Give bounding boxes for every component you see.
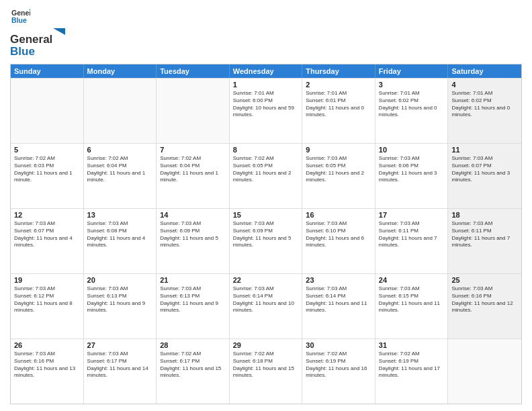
cell-info: Sunrise: 7:03 AM Sunset: 6:07 PM Dayligh… [14, 220, 80, 249]
day-number: 19 [14, 276, 80, 284]
cell-info: Sunrise: 7:03 AM Sunset: 6:14 PM Dayligh… [306, 285, 371, 314]
calendar-cell [157, 79, 230, 143]
calendar-cell: 2Sunrise: 7:01 AM Sunset: 6:01 PM Daylig… [302, 79, 375, 143]
logo-icon: General Blue [11, 7, 30, 26]
day-number: 14 [160, 211, 226, 219]
calendar-cell: 22Sunrise: 7:03 AM Sunset: 6:14 PM Dayli… [230, 274, 303, 338]
cell-info: Sunrise: 7:03 AM Sunset: 6:14 PM Dayligh… [233, 285, 299, 314]
header: General Blue General Blue [10, 7, 522, 58]
day-number: 22 [233, 276, 299, 284]
calendar-cell: 30Sunrise: 7:02 AM Sunset: 6:19 PM Dayli… [302, 339, 375, 404]
calendar-cell: 27Sunrise: 7:03 AM Sunset: 6:17 PM Dayli… [84, 339, 157, 404]
cell-info: Sunrise: 7:01 AM Sunset: 6:02 PM Dayligh… [379, 90, 445, 119]
cell-info: Sunrise: 7:03 AM Sunset: 6:17 PM Dayligh… [87, 351, 153, 379]
calendar-cell: 5Sunrise: 7:02 AM Sunset: 6:03 PM Daylig… [11, 144, 84, 208]
day-number: 3 [379, 81, 445, 89]
calendar-cell: 24Sunrise: 7:03 AM Sunset: 6:15 PM Dayli… [375, 274, 449, 338]
cell-info: Sunrise: 7:03 AM Sunset: 6:16 PM Dayligh… [451, 285, 518, 314]
day-number: 2 [306, 81, 371, 89]
day-number: 11 [451, 146, 518, 154]
cell-info: Sunrise: 7:03 AM Sunset: 6:12 PM Dayligh… [14, 285, 80, 314]
day-number: 1 [233, 81, 299, 89]
calendar-cell: 25Sunrise: 7:03 AM Sunset: 6:16 PM Dayli… [448, 274, 521, 338]
calendar-cell [448, 339, 521, 404]
day-number: 18 [451, 211, 518, 219]
day-number: 5 [14, 146, 80, 154]
calendar-body: 1Sunrise: 7:01 AM Sunset: 6:00 PM Daylig… [11, 78, 521, 404]
cell-info: Sunrise: 7:03 AM Sunset: 6:10 PM Dayligh… [306, 220, 371, 249]
calendar-cell: 26Sunrise: 7:03 AM Sunset: 6:16 PM Dayli… [11, 339, 84, 404]
cell-info: Sunrise: 7:02 AM Sunset: 6:04 PM Dayligh… [87, 155, 153, 184]
day-number: 27 [87, 341, 153, 349]
day-number: 10 [379, 146, 445, 154]
calendar-cell: 18Sunrise: 7:03 AM Sunset: 6:11 PM Dayli… [448, 209, 521, 273]
calendar-cell: 15Sunrise: 7:03 AM Sunset: 6:09 PM Dayli… [230, 209, 303, 273]
weekday-header: Tuesday [157, 64, 230, 78]
calendar-cell: 7Sunrise: 7:02 AM Sunset: 6:04 PM Daylig… [157, 144, 230, 208]
svg-text:General: General [11, 9, 30, 17]
cell-info: Sunrise: 7:03 AM Sunset: 6:13 PM Dayligh… [87, 285, 153, 314]
cell-info: Sunrise: 7:03 AM Sunset: 6:09 PM Dayligh… [160, 220, 226, 249]
calendar-cell: 20Sunrise: 7:03 AM Sunset: 6:13 PM Dayli… [84, 274, 157, 338]
calendar-cell: 29Sunrise: 7:02 AM Sunset: 6:18 PM Dayli… [230, 339, 303, 404]
day-number: 7 [160, 146, 226, 154]
day-number: 8 [233, 146, 299, 154]
cell-info: Sunrise: 7:02 AM Sunset: 6:18 PM Dayligh… [233, 351, 299, 379]
calendar-cell: 9Sunrise: 7:03 AM Sunset: 6:05 PM Daylig… [302, 144, 375, 208]
calendar-row: 12Sunrise: 7:03 AM Sunset: 6:07 PM Dayli… [11, 208, 521, 273]
calendar-cell: 13Sunrise: 7:03 AM Sunset: 6:08 PM Dayli… [84, 209, 157, 273]
cell-info: Sunrise: 7:02 AM Sunset: 6:19 PM Dayligh… [379, 351, 445, 379]
calendar-row: 26Sunrise: 7:03 AM Sunset: 6:16 PM Dayli… [11, 338, 521, 404]
cell-info: Sunrise: 7:01 AM Sunset: 6:01 PM Dayligh… [306, 90, 371, 119]
cell-info: Sunrise: 7:03 AM Sunset: 6:15 PM Dayligh… [379, 285, 445, 314]
calendar-cell: 8Sunrise: 7:02 AM Sunset: 6:05 PM Daylig… [230, 144, 303, 208]
calendar-cell: 17Sunrise: 7:03 AM Sunset: 6:11 PM Dayli… [375, 209, 449, 273]
cell-info: Sunrise: 7:02 AM Sunset: 6:17 PM Dayligh… [160, 351, 226, 379]
calendar-row: 19Sunrise: 7:03 AM Sunset: 6:12 PM Dayli… [11, 273, 521, 338]
day-number: 4 [451, 81, 518, 89]
weekday-header: Wednesday [230, 64, 303, 78]
day-number: 29 [233, 341, 299, 349]
cell-info: Sunrise: 7:01 AM Sunset: 6:00 PM Dayligh… [233, 90, 299, 119]
calendar-cell: 28Sunrise: 7:02 AM Sunset: 6:17 PM Dayli… [157, 339, 230, 404]
svg-text:Blue: Blue [11, 16, 27, 24]
logo-blue-text: Blue [10, 45, 66, 58]
calendar-cell: 10Sunrise: 7:03 AM Sunset: 6:06 PM Dayli… [375, 144, 449, 208]
calendar-cell: 31Sunrise: 7:02 AM Sunset: 6:19 PM Dayli… [375, 339, 449, 404]
cell-info: Sunrise: 7:03 AM Sunset: 6:05 PM Dayligh… [306, 155, 371, 184]
cell-info: Sunrise: 7:03 AM Sunset: 6:08 PM Dayligh… [87, 220, 153, 249]
calendar-cell: 6Sunrise: 7:02 AM Sunset: 6:04 PM Daylig… [84, 144, 157, 208]
day-number: 31 [379, 341, 445, 349]
day-number: 28 [160, 341, 226, 349]
weekday-header: Sunday [11, 64, 84, 78]
logo: General Blue General Blue [10, 7, 66, 58]
cell-info: Sunrise: 7:03 AM Sunset: 6:06 PM Dayligh… [379, 155, 445, 184]
calendar-cell: 21Sunrise: 7:03 AM Sunset: 6:13 PM Dayli… [157, 274, 230, 338]
day-number: 30 [306, 341, 371, 349]
cell-info: Sunrise: 7:02 AM Sunset: 6:05 PM Dayligh… [233, 155, 299, 184]
calendar-cell: 11Sunrise: 7:03 AM Sunset: 6:07 PM Dayli… [448, 144, 521, 208]
page: General Blue General Blue SundayMondayTu… [0, 0, 532, 411]
day-number: 16 [306, 211, 371, 219]
cell-info: Sunrise: 7:01 AM Sunset: 6:02 PM Dayligh… [451, 90, 518, 119]
day-number: 20 [87, 276, 153, 284]
day-number: 17 [379, 211, 445, 219]
cell-info: Sunrise: 7:02 AM Sunset: 6:04 PM Dayligh… [160, 155, 226, 184]
cell-info: Sunrise: 7:03 AM Sunset: 6:11 PM Dayligh… [451, 220, 518, 249]
day-number: 6 [87, 146, 153, 154]
calendar-cell: 14Sunrise: 7:03 AM Sunset: 6:09 PM Dayli… [157, 209, 230, 273]
calendar-cell: 23Sunrise: 7:03 AM Sunset: 6:14 PM Dayli… [302, 274, 375, 338]
day-number: 25 [451, 276, 518, 284]
day-number: 26 [14, 341, 80, 349]
svg-marker-3 [53, 28, 65, 35]
cell-info: Sunrise: 7:03 AM Sunset: 6:09 PM Dayligh… [233, 220, 299, 249]
weekday-header: Thursday [302, 64, 375, 78]
weekday-header: Monday [84, 64, 157, 78]
day-number: 15 [233, 211, 299, 219]
calendar-row: 5Sunrise: 7:02 AM Sunset: 6:03 PM Daylig… [11, 143, 521, 208]
day-number: 21 [160, 276, 226, 284]
calendar-cell: 12Sunrise: 7:03 AM Sunset: 6:07 PM Dayli… [11, 209, 84, 273]
day-number: 9 [306, 146, 371, 154]
cell-info: Sunrise: 7:03 AM Sunset: 6:07 PM Dayligh… [451, 155, 518, 184]
cell-info: Sunrise: 7:03 AM Sunset: 6:13 PM Dayligh… [160, 285, 226, 314]
